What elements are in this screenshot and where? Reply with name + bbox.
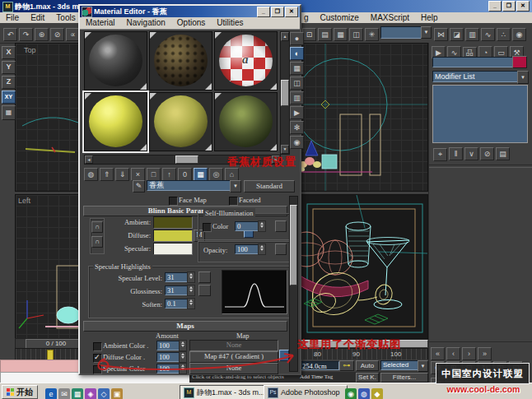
self-illum-map-button[interactable] <box>275 220 287 232</box>
messenger-icon[interactable]: ◇ <box>98 388 110 399</box>
key-mode-icon[interactable]: ⊶ <box>339 360 354 371</box>
material-editor-options-icon[interactable]: ✻ <box>290 121 304 134</box>
material-type-button[interactable]: Standard <box>244 180 295 193</box>
faceted-checkbox[interactable] <box>229 197 238 206</box>
sample-slot-1[interactable] <box>84 31 147 90</box>
unlink-selection-icon[interactable]: ⊘ <box>50 28 64 41</box>
show-end-result-stack-icon[interactable]: ‖ <box>449 147 463 160</box>
self-illum-color-checkbox[interactable] <box>203 223 212 232</box>
me-menu-material[interactable]: Material <box>80 17 121 28</box>
assign-to-selection-icon[interactable]: ⇓ <box>115 168 129 181</box>
close-button[interactable]: ✕ <box>516 1 530 12</box>
me-close-button[interactable]: ✕ <box>285 7 298 17</box>
show-desktop-icon[interactable]: ▦ <box>72 388 83 399</box>
start-button[interactable]: 开始 <box>2 385 38 399</box>
menu-help[interactable]: Help <box>415 12 444 23</box>
menu-edit[interactable]: Edit <box>25 12 50 23</box>
configure-modifier-sets-icon[interactable]: ▤ <box>496 147 510 160</box>
restore-button[interactable]: ❐ <box>502 1 516 12</box>
specular-level-map-button[interactable] <box>198 271 211 283</box>
sample-slot-3[interactable]: a <box>214 31 278 90</box>
glossiness-field[interactable]: 31 <box>165 285 189 295</box>
named-selection-dropdown-arrow[interactable]: ▼ <box>421 26 432 39</box>
menu-customize[interactable]: Customize <box>315 12 365 23</box>
mirror-icon[interactable]: ⋈ <box>434 28 448 41</box>
put-to-scene-icon[interactable]: ⇑ <box>100 168 114 181</box>
curve-editor-icon[interactable]: ∿ <box>481 28 495 41</box>
soften-spinner[interactable] <box>187 298 195 309</box>
internet-explorer-icon[interactable]: e <box>45 388 57 399</box>
sample-uv-tiling-icon[interactable]: ◫ <box>290 77 304 90</box>
select-object-icon[interactable]: ⊡ <box>302 28 316 41</box>
show-end-result-icon[interactable]: ◎ <box>209 168 223 181</box>
menu-tools[interactable]: Tools <box>50 12 81 23</box>
auto-key-button[interactable]: Auto <box>356 360 379 371</box>
redo-icon[interactable]: ↷ <box>19 28 33 41</box>
glossiness-spinner[interactable] <box>187 285 195 296</box>
selected-dropdown-arrow[interactable]: ▼ <box>418 360 428 372</box>
select-and-link-icon[interactable]: ⊛ <box>35 28 49 41</box>
me-menu-options[interactable]: Options <box>171 17 211 28</box>
set-key-button[interactable]: Set K. <box>356 373 379 383</box>
tray-network-icon[interactable]: ◍ <box>358 388 370 399</box>
sample-slot-5[interactable] <box>149 92 212 151</box>
material-editor-icon[interactable]: ◉ <box>512 28 526 41</box>
explorer-icon[interactable]: ▣ <box>111 388 123 399</box>
menu-file[interactable]: File <box>0 12 25 23</box>
make-unique-icon[interactable]: □ <box>147 168 161 181</box>
specular-level-spinner[interactable] <box>187 271 195 283</box>
me-minimize-button[interactable]: _ <box>257 7 270 17</box>
rectangular-region-icon[interactable]: ▦ <box>334 28 348 41</box>
maps-rollout-header[interactable]: Maps <box>83 321 287 332</box>
select-by-material-icon[interactable]: ◉ <box>290 136 304 149</box>
video-color-check-icon[interactable]: ▥ <box>290 91 304 104</box>
modifier-list-dropdown-arrow[interactable]: ▼ <box>517 71 529 84</box>
pin-stack-icon[interactable]: ⌖ <box>433 148 447 161</box>
specular-level-field[interactable]: 31 <box>165 272 189 282</box>
background-icon[interactable]: ▦ <box>290 62 304 75</box>
sample-slot-2[interactable] <box>149 31 212 90</box>
material-name-dropdown-arrow[interactable]: ▼ <box>230 180 241 193</box>
menu-maxscript[interactable]: MAXScript <box>365 12 415 23</box>
material-name-combo[interactable]: 香蕉 <box>147 180 234 191</box>
reset-map-icon[interactable]: × <box>131 168 145 181</box>
object-color-swatch[interactable] <box>512 56 527 68</box>
task-button-3dsmax[interactable]: M 静物1.max - 3ds m... <box>180 385 267 399</box>
make-preview-icon[interactable]: ▶ <box>290 106 304 119</box>
specular-color-swatch[interactable] <box>153 243 193 255</box>
key-filters-button[interactable]: Filters... <box>380 373 428 383</box>
window-crossing-icon[interactable]: ◫ <box>349 28 363 41</box>
diffuse-color-swatch[interactable] <box>153 230 193 242</box>
modifier-stack[interactable] <box>432 85 528 143</box>
align-icon[interactable]: ◪ <box>450 28 464 41</box>
go-to-parent-icon[interactable]: ⌂ <box>225 168 239 181</box>
me-menu-navigation[interactable]: Navigation <box>121 17 171 28</box>
make-unique-stack-icon[interactable]: ∨ <box>464 147 478 160</box>
tray-volume-icon[interactable]: ◉ <box>345 388 357 399</box>
restrict-plane-flyout-icon[interactable]: ▦ <box>2 105 16 120</box>
named-selection-combo[interactable] <box>380 26 425 39</box>
object-name-field[interactable] <box>432 57 513 67</box>
restrict-xy-plane-button[interactable]: XY <box>2 90 16 104</box>
sample-slot-4[interactable] <box>84 92 147 151</box>
sample-slot-6[interactable] <box>214 92 278 151</box>
restrict-y-button[interactable]: Y <box>2 61 16 74</box>
material-editor-window[interactable]: Material Editor - 香蕉 _❐✕ MaterialNavigat… <box>78 4 301 375</box>
sample-type-sphere-icon[interactable]: ● <box>290 32 304 45</box>
show-map-in-viewport-icon[interactable]: ▦ <box>194 168 208 181</box>
layer-manager-icon[interactable]: ▥ <box>465 28 479 41</box>
selected-filter-combo[interactable]: Selected <box>380 360 422 370</box>
backlight-icon[interactable]: ◐ <box>290 47 304 60</box>
opacity-map-button[interactable] <box>275 244 287 255</box>
undo-icon[interactable]: ↶ <box>3 28 17 41</box>
task-button-photoshop[interactable]: Ps Adobe Photoshop <box>264 385 348 399</box>
media-player-icon[interactable]: ◈ <box>85 388 96 399</box>
schematic-view-icon[interactable]: ∴ <box>497 28 511 41</box>
me-menu-utilities[interactable]: Utilities <box>211 17 249 28</box>
glossiness-map-button[interactable] <box>198 285 211 296</box>
face-map-checkbox[interactable] <box>169 197 178 206</box>
viewport-camera[interactable] <box>298 194 428 341</box>
ambient-color-swatch[interactable] <box>153 216 193 229</box>
material-editor-titlebar[interactable]: Material Editor - 香蕉 _❐✕ <box>80 6 300 17</box>
opacity-spinner[interactable] <box>258 244 266 255</box>
